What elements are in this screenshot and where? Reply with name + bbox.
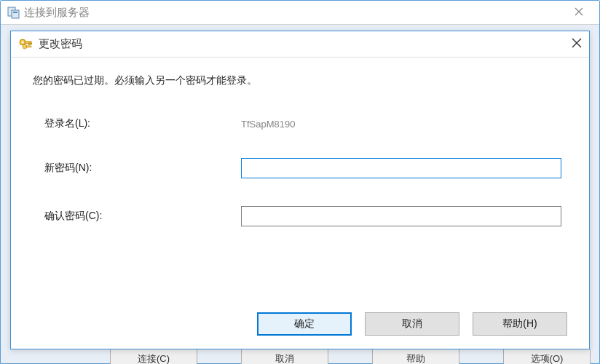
server-icon <box>7 6 20 19</box>
dialog-body: 您的密码已过期。必须输入另一个密码才能登录。 登录名(L): TfSapM819… <box>11 58 589 349</box>
key-icon <box>18 38 33 51</box>
help-button[interactable]: 帮助(H) <box>473 312 567 336</box>
login-value: TfSapM8190 <box>241 119 295 130</box>
expired-message: 您的密码已过期。必须输入另一个密码才能登录。 <box>33 72 567 88</box>
bg-connect-button[interactable]: 连接(C) <box>110 349 197 364</box>
newpass-row: 新密码(N): <box>44 158 567 178</box>
dialog-title: 更改密码 <box>39 37 560 51</box>
ok-button[interactable]: 确定 <box>257 312 352 336</box>
confirm-row: 确认密码(C): <box>44 206 567 226</box>
outer-close-icon[interactable] <box>564 6 593 19</box>
dialog-close-icon[interactable] <box>560 36 582 52</box>
svg-rect-8 <box>28 43 30 45</box>
newpass-label: 新密码(N): <box>44 162 241 175</box>
bg-options-button[interactable]: 选项(O) <box>503 349 591 364</box>
confirm-input[interactable] <box>241 206 561 226</box>
bg-cancel-button[interactable]: 取消 <box>241 349 328 364</box>
newpass-input[interactable] <box>241 158 561 178</box>
dialog-button-row: 确定 取消 帮助(H) <box>33 312 567 336</box>
dialog-titlebar: 更改密码 <box>11 31 589 58</box>
svg-rect-11 <box>26 46 31 47</box>
outer-titlebar: 连接到服务器 <box>1 1 599 24</box>
svg-rect-1 <box>12 10 19 18</box>
confirm-label: 确认密码(C): <box>44 210 241 223</box>
svg-rect-2 <box>13 12 17 13</box>
login-row: 登录名(L): TfSapM8190 <box>44 117 567 130</box>
login-label: 登录名(L): <box>44 117 241 130</box>
outer-title: 连接到服务器 <box>24 6 564 20</box>
svg-point-6 <box>22 41 24 43</box>
cancel-button[interactable]: 取消 <box>365 312 459 336</box>
bg-help-button[interactable]: 帮助 <box>372 349 459 364</box>
bg-button-row: 连接(C) 取消 帮助 选项(O) <box>110 349 591 364</box>
form-area: 登录名(L): TfSapM8190 新密码(N): 确认密码(C): <box>33 117 567 312</box>
svg-rect-9 <box>31 43 32 44</box>
change-password-dialog: 更改密码 您的密码已过期。必须输入另一个密码才能登录。 登录名(L): TfSa… <box>10 31 590 349</box>
